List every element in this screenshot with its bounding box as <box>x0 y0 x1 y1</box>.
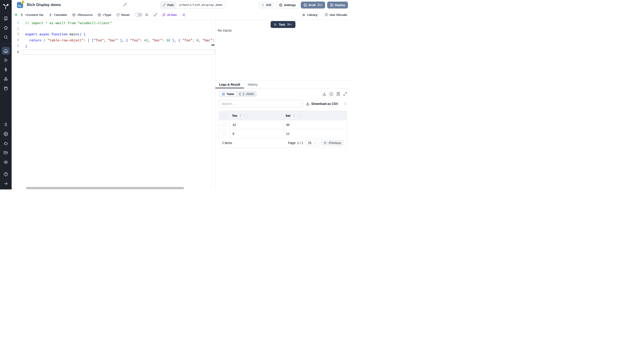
multiplayer-button[interactable] <box>145 13 148 16</box>
add-context-var-button[interactable]: +Context Var <box>20 13 44 16</box>
result-table: foo bar <box>219 111 347 148</box>
sidebar-item-runs[interactable] <box>2 56 10 64</box>
code-line[interactable]: 5} <box>12 44 215 50</box>
row-checkbox[interactable] <box>222 123 226 126</box>
paintbrush-icon <box>154 13 157 16</box>
braces-icon: { } <box>239 92 244 96</box>
search-input[interactable] <box>219 100 303 108</box>
dollar-icon <box>49 13 52 16</box>
sidebar-item-search[interactable] <box>2 33 10 41</box>
table-row[interactable]: 42 38 <box>219 120 347 129</box>
sidebar-item-settings[interactable] <box>2 130 10 138</box>
eye-icon <box>4 160 8 164</box>
code-line[interactable]: 3export async function main() { <box>12 32 215 38</box>
path-field[interactable]: Path u/henri/rich_display_demo <box>160 2 226 8</box>
previous-page-button[interactable]: Previous <box>321 140 344 146</box>
edit-summary-button[interactable] <box>124 3 127 7</box>
search-icon <box>4 35 8 39</box>
sidebar-item-users[interactable] <box>2 120 10 128</box>
sidebar-item-help[interactable] <box>2 170 10 178</box>
select-all-checkbox[interactable] <box>222 114 226 118</box>
download-csv-button[interactable]: Download as CSV <box>306 102 338 106</box>
dollar-icon <box>4 67 8 72</box>
editor-toolbar: +Context Var +Variable +Resource +Type R… <box>12 10 350 20</box>
view-json-option[interactable]: { } JSON <box>236 92 256 96</box>
table-more-menu[interactable] <box>344 102 347 106</box>
windmill-logo-icon[interactable] <box>2 2 9 9</box>
diff-mode-toggle[interactable] <box>134 13 142 17</box>
gear-icon <box>4 132 8 136</box>
info-icon[interactable] <box>330 92 333 96</box>
use-vscode-button[interactable]: Use VScode <box>325 13 347 16</box>
sidebar-item-audit[interactable] <box>2 158 10 166</box>
save-icon <box>330 3 334 7</box>
sort-foo-icon[interactable] <box>239 114 242 117</box>
column-filter-checkbox-foo[interactable] <box>244 114 248 118</box>
sidebar-item-workspace[interactable] <box>2 14 10 22</box>
line-number: 5 <box>12 44 22 50</box>
page-indicator: Page: 1 / 1 <box>288 141 303 145</box>
clipboard-copy-icon[interactable] <box>336 92 340 96</box>
sidebar-item-folders[interactable] <box>2 149 10 157</box>
page-title: Rich Display demo <box>27 3 61 7</box>
typescript-badge: TS 👶 <box>17 2 23 8</box>
table-row[interactable]: 8 12 <box>219 129 347 138</box>
table-header-row: foo bar <box>219 111 347 120</box>
sidebar-item-home[interactable] <box>2 47 10 55</box>
ai-sparkles-button[interactable] <box>182 13 185 16</box>
download-icon <box>306 102 310 106</box>
pencil-icon <box>163 4 166 6</box>
lang-label: TS <box>18 5 21 8</box>
code-editor[interactable]: 1// import * as wmill from "windmill-cli… <box>12 20 215 190</box>
code-line[interactable]: 4 return { "table-row-object": [ ["foo",… <box>12 38 215 44</box>
add-resource-button[interactable]: +Resource <box>72 13 92 16</box>
rotate-cw-icon <box>116 13 120 16</box>
draft-button[interactable]: Draft ⌘S <box>301 2 325 8</box>
sparkles-icon <box>182 13 185 16</box>
library-button[interactable]: Library <box>302 13 318 16</box>
add-variable-button[interactable]: +Variable <box>49 13 67 16</box>
package-icon <box>98 13 101 16</box>
line-number: 4 <box>12 38 22 44</box>
overview-ruler-cursor-mark <box>212 44 214 46</box>
code-line[interactable]: 2 <box>12 26 215 32</box>
scrollbar-thumb[interactable] <box>26 187 184 189</box>
sort-bar-icon[interactable] <box>293 114 296 117</box>
sidebar-item-workers[interactable] <box>2 139 10 148</box>
editor-horizontal-scrollbar[interactable] <box>22 187 211 190</box>
cell-foo: 42 <box>230 120 283 129</box>
line-number: 1 <box>12 20 22 26</box>
calendar-icon <box>4 86 8 90</box>
ai-gen-button[interactable]: AI Gen <box>162 13 177 16</box>
reset-button[interactable]: Reset <box>116 13 130 16</box>
sidebar-item-schedules[interactable] <box>2 84 10 92</box>
sidebar-expand-button[interactable] <box>2 180 10 188</box>
logs-pane: Logs & Result History Table { } <box>215 80 350 190</box>
page-size-select[interactable]: 25 <box>306 140 319 146</box>
sidebar-divider <box>0 44 12 44</box>
sidebar-item-variables[interactable] <box>2 66 10 74</box>
add-type-button[interactable]: +Type <box>98 13 111 16</box>
play-icon <box>4 58 8 62</box>
tab-logs-result[interactable]: Logs & Result <box>215 81 244 88</box>
cell-bar: 38 <box>283 120 347 129</box>
view-table-option[interactable]: Table <box>219 92 236 96</box>
arrow-left-icon <box>324 141 327 144</box>
code-line[interactable]: 1// import * as wmill from "windmill-cli… <box>12 20 215 26</box>
row-checkbox[interactable] <box>222 132 226 136</box>
code-line[interactable]: 6 <box>12 50 215 55</box>
path-value[interactable]: u/henri/rich_display_demo <box>176 2 225 8</box>
deploy-button[interactable]: Deploy <box>327 2 348 8</box>
script-emoji: 👶 <box>21 0 25 4</box>
expand-icon[interactable] <box>343 92 347 96</box>
tab-history[interactable]: History <box>244 81 262 88</box>
dollar-icon <box>20 13 24 16</box>
column-filter-checkbox-bar[interactable] <box>298 114 302 118</box>
format-code-button[interactable] <box>154 13 157 16</box>
test-button[interactable]: Test ⌘↵ <box>270 21 296 28</box>
sidebar-item-favorites[interactable] <box>2 24 10 32</box>
settings-button[interactable]: Settings <box>276 2 299 8</box>
download-icon[interactable] <box>322 92 326 96</box>
diff-button[interactable]: Diff <box>258 2 274 8</box>
sidebar-item-resources[interactable] <box>2 75 10 83</box>
